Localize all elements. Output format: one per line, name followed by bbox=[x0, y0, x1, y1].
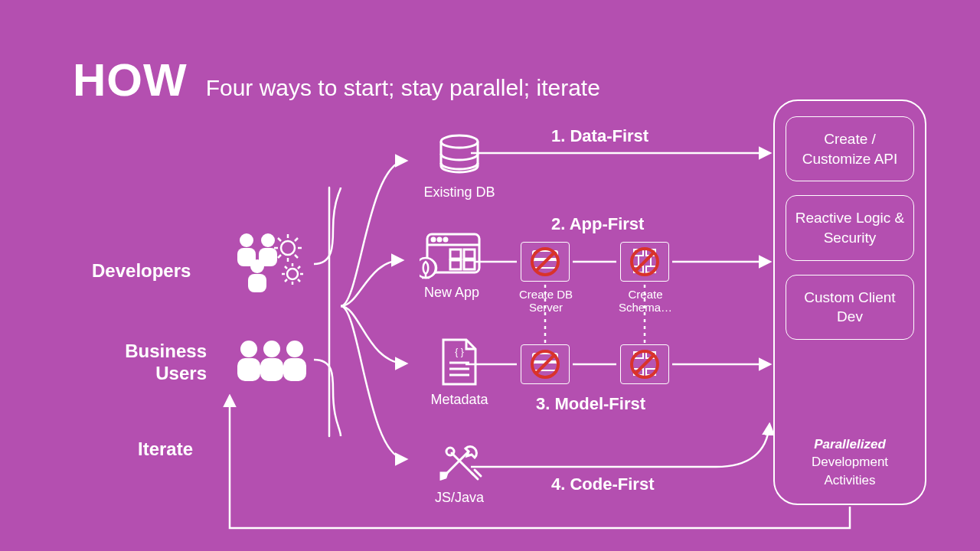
label-model-first: 3. Model-First bbox=[536, 394, 645, 414]
svg-point-7 bbox=[287, 269, 298, 279]
svg-point-2 bbox=[261, 233, 275, 247]
slide-title: HOW Four ways to start; stay parallel; i… bbox=[73, 54, 600, 106]
svg-point-19 bbox=[444, 238, 447, 241]
svg-rect-21 bbox=[464, 249, 475, 259]
label-developers: Developers bbox=[92, 260, 191, 282]
svg-rect-13 bbox=[283, 358, 306, 381]
svg-rect-9 bbox=[237, 358, 260, 381]
new-app-icon: New App bbox=[406, 230, 498, 301]
business-users-icon bbox=[230, 337, 314, 386]
code-tools-icon: JS/Java bbox=[413, 436, 505, 506]
label-js-java: JS/Java bbox=[413, 490, 505, 506]
svg-text:{ }: { } bbox=[455, 347, 463, 357]
label-app-first: 2. App-First bbox=[551, 214, 644, 234]
skip-create-db-server-icon bbox=[521, 242, 570, 282]
footer-emph: Parallelized bbox=[814, 437, 886, 452]
svg-point-4 bbox=[250, 259, 264, 273]
label-code-first: 4. Code-First bbox=[551, 474, 654, 494]
svg-point-12 bbox=[286, 341, 303, 357]
database-icon: Existing DB bbox=[413, 134, 505, 201]
svg-rect-5 bbox=[248, 274, 266, 292]
box-custom-client: Custom Client Dev bbox=[786, 275, 914, 340]
developers-icon bbox=[230, 230, 306, 295]
box-create-api: Create / Customize API bbox=[786, 116, 914, 181]
panel-footer: Parallelized Development Activities bbox=[786, 435, 914, 494]
label-new-app: New App bbox=[406, 285, 498, 301]
svg-point-8 bbox=[240, 341, 257, 357]
skip-schema-model-icon bbox=[620, 344, 669, 384]
svg-point-10 bbox=[263, 341, 280, 357]
activities-panel: Create / Customize API Reactive Logic & … bbox=[773, 99, 926, 505]
svg-rect-20 bbox=[450, 249, 461, 259]
label-existing-db: Existing DB bbox=[413, 184, 505, 201]
svg-point-17 bbox=[432, 238, 435, 241]
label-data-first: 1. Data-First bbox=[551, 126, 648, 146]
title-subtitle: Four ways to start; stay parallel; itera… bbox=[206, 75, 600, 101]
svg-rect-23 bbox=[464, 260, 475, 269]
svg-point-14 bbox=[441, 135, 478, 148]
title-main: HOW bbox=[73, 54, 188, 106]
label-create-db-server: Create DB Server bbox=[511, 288, 580, 315]
box-reactive-logic: Reactive Logic & Security bbox=[786, 195, 914, 260]
svg-point-18 bbox=[438, 238, 441, 241]
metadata-icon: { } Metadata bbox=[413, 337, 505, 408]
footer-rest: Development Activities bbox=[812, 455, 888, 487]
skip-create-schema-icon bbox=[620, 242, 669, 282]
svg-point-6 bbox=[281, 241, 295, 255]
label-metadata: Metadata bbox=[413, 392, 505, 408]
skip-db-server-model-icon bbox=[521, 344, 570, 384]
label-iterate: Iterate bbox=[138, 439, 193, 460]
svg-rect-22 bbox=[450, 260, 461, 269]
svg-point-33 bbox=[446, 448, 454, 455]
svg-rect-11 bbox=[260, 358, 283, 381]
label-business-users: Business Users bbox=[115, 341, 207, 385]
label-create-schema: Create Schema… bbox=[611, 288, 680, 315]
svg-point-0 bbox=[240, 233, 253, 247]
